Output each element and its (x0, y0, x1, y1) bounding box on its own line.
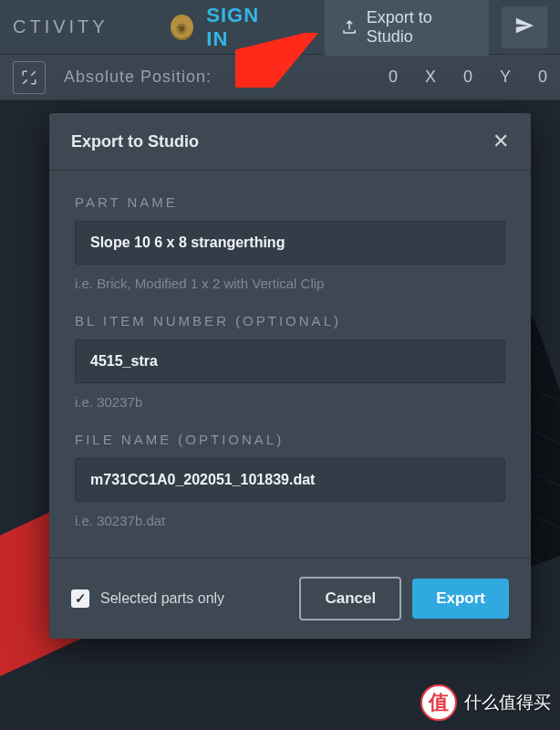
part-name-hint: i.e. Brick, Modified 1 x 2 with Vertical… (75, 276, 505, 291)
bl-item-hint: i.e. 30237b (75, 394, 505, 410)
selected-parts-label: Selected parts only (100, 590, 224, 607)
close-icon[interactable]: ✕ (493, 130, 509, 153)
file-name-hint: i.e. 30237b.dat (75, 513, 505, 528)
export-icon (341, 18, 358, 36)
sign-in-link[interactable]: SIGN IN (206, 4, 280, 51)
export-to-studio-button[interactable]: Export to Studio (325, 0, 489, 56)
dialog-header: Export to Studio ✕ (49, 113, 531, 171)
coin-icon[interactable]: ◉ (171, 15, 194, 40)
part-name-label: PART NAME (75, 194, 505, 210)
absolute-position-label: Absolute Position: (64, 68, 212, 87)
file-name-input[interactable] (75, 458, 505, 502)
paper-plane-icon (514, 16, 534, 36)
export-dialog: Export to Studio ✕ PART NAME i.e. Brick,… (49, 113, 531, 639)
part-name-input[interactable] (75, 221, 505, 265)
sub-toolbar: Absolute Position: 0 X 0 Y 0 (0, 55, 560, 100)
top-toolbar: CTIVITY ◉ SIGN IN Export to Studio (0, 0, 560, 55)
cancel-button[interactable]: Cancel (299, 577, 401, 620)
send-button[interactable] (502, 6, 547, 48)
dialog-footer: ✓ Selected parts only Cancel Export (49, 558, 531, 639)
bl-item-label: BL ITEM NUMBER (OPTIONAL) (75, 313, 505, 328)
dialog-body: PART NAME i.e. Brick, Modified 1 x 2 wit… (49, 171, 531, 558)
watermark-text: 什么值得买 (464, 691, 551, 714)
watermark: 值 什么值得买 (420, 684, 551, 721)
coordinates: 0 X 0 Y 0 (389, 68, 547, 87)
selected-parts-checkbox[interactable]: ✓ (71, 589, 89, 608)
bl-item-input[interactable] (75, 339, 505, 383)
export-button-label: Export to Studio (367, 8, 472, 47)
export-button[interactable]: Export (412, 579, 509, 619)
dialog-title: Export to Studio (71, 132, 199, 151)
expand-icon[interactable] (13, 61, 46, 94)
activity-label: CTIVITY (13, 16, 109, 37)
watermark-badge: 值 (420, 684, 457, 721)
file-name-label: FILE NAME (OPTIONAL) (75, 432, 505, 447)
